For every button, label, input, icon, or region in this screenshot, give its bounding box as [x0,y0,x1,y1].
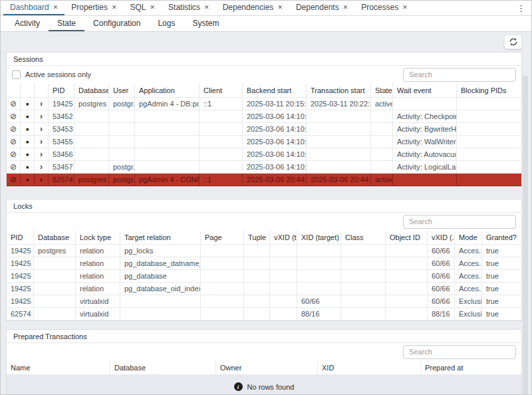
pgadmin-dashboard-window: Dashboard ✕ Properties ✕ SQL ✕ Statistic… [0,0,532,395]
column-header[interactable]: Class [341,230,386,245]
stop-session-icon[interactable]: ■ [26,178,29,182]
kebab-menu-icon[interactable]: ⋮ [511,1,531,15]
vertical-scrollbar[interactable] [523,76,528,395]
close-icon[interactable]: ✕ [53,4,59,11]
column-header[interactable]: Page [201,230,244,245]
close-icon[interactable]: ✕ [277,4,283,11]
column-header[interactable]: Database [110,360,216,375]
tab-dependents[interactable]: Dependents ✕ [289,1,354,15]
active-sessions-filter[interactable]: Active sessions only [12,70,91,79]
table-row[interactable]: ⊘■›53457postgr...2025-03-06 14:10:11 ...… [7,161,521,174]
tab-sql[interactable]: SQL ✕ [124,1,162,15]
prepared-search-input[interactable] [403,345,516,359]
column-header[interactable]: Backend start [243,83,307,98]
table-row[interactable]: ⊘■›534552025-03-06 14:10:11 ...Activity:… [7,136,521,148]
cell [386,283,428,295]
column-header[interactable]: Transaction start [307,83,371,98]
table-row[interactable]: 19425relationpg_database60/66Acces...tru… [7,270,521,283]
column-header[interactable]: Owner [216,360,318,375]
subtab-activity[interactable]: Activity [6,16,49,31]
cancel-session-icon[interactable]: ⊘ [10,150,17,158]
tab-statistics[interactable]: Statistics ✕ [162,1,216,15]
column-header[interactable]: XID [318,360,421,375]
subtab-state[interactable]: State [49,16,84,31]
column-header[interactable]: Database [34,230,76,245]
column-header[interactable]: Lock type [76,230,120,245]
column-header[interactable]: User [109,83,135,98]
column-header[interactable]: Object ID [386,230,428,245]
cancel-session-icon[interactable]: ⊘ [10,125,17,133]
table-row[interactable]: ⊘■›534522025-03-06 14:10:11 ...Activity:… [7,110,521,123]
close-icon[interactable]: ✕ [112,4,117,11]
table-row[interactable]: ⊘■›534532025-03-06 14:10:11 ...Activity:… [7,123,521,136]
table-row[interactable]: ⊘■›62574postgrespostgr...pgAdmin 4 - CON… [7,174,521,186]
expand-row-icon[interactable]: › [40,125,43,133]
close-icon[interactable]: ✕ [402,4,408,11]
cell: 2025-03-06 20:44:25 ... [243,174,307,186]
column-header[interactable]: Blocking PIDs [457,83,521,98]
column-header[interactable]: XID (target) [297,230,341,245]
expand-row-icon[interactable]: › [40,138,43,146]
column-header[interactable]: Mode [455,230,482,245]
column-header[interactable]: State [371,83,393,98]
column-header[interactable]: Application [135,83,200,98]
column-header[interactable]: PID [49,83,74,98]
expand-row-icon[interactable]: › [40,112,43,120]
table-row[interactable]: 19425relationpg_database_oid_index60/66A… [7,283,521,295]
cancel-session-icon[interactable]: ⊘ [10,138,17,146]
table-row[interactable]: 62574virtualxid88/1688/16Exclusi...true [7,308,521,321]
cancel-session-icon[interactable]: ⊘ [10,100,17,108]
column-header[interactable]: Target relation [120,230,201,245]
close-icon[interactable]: ✕ [204,4,209,11]
tab-dependencies[interactable]: Dependencies ✕ [216,1,289,15]
column-header[interactable]: Database [74,83,109,98]
subtab-system[interactable]: System [184,16,227,31]
column-header[interactable]: Wait event [393,83,457,98]
tab-processes[interactable]: Processes ✕ [354,1,414,15]
stop-session-icon[interactable]: ■ [26,114,29,119]
table-row[interactable]: 19425virtualxid60/6660/66Exclusi...true [7,295,521,308]
locks-search-input[interactable] [403,215,516,229]
stop-session-icon[interactable]: ■ [26,127,29,132]
cancel-session-icon[interactable]: ⊘ [10,163,17,171]
expand-row-icon[interactable]: › [40,176,43,184]
expand-row-icon[interactable]: › [40,163,43,171]
table-row[interactable]: 19425relationpg_database_datname_ind...6… [7,257,521,270]
column-header[interactable]: Name [7,360,110,375]
cell: 53453 [49,123,74,136]
active-sessions-checkbox[interactable] [12,70,21,79]
cell [244,283,270,295]
column-header[interactable]: vXID (... [428,230,455,245]
column-header[interactable]: Granted? [482,230,521,245]
tab-dashboard[interactable]: Dashboard ✕ [3,1,65,15]
subtab-logs[interactable]: Logs [149,16,184,31]
column-header[interactable]: Tuple [244,230,270,245]
column-header[interactable] [35,83,49,98]
column-header[interactable] [21,83,35,98]
subtab-configuration[interactable]: Configuration [84,16,149,31]
expand-row-icon[interactable]: › [40,100,43,108]
cell: 2025-03-11 20:22:36 ... [307,98,371,110]
refresh-button[interactable] [504,35,522,49]
locks-section: Locks PIDDatabaseLock typeTarget relatio… [6,199,522,321]
column-header[interactable] [7,83,21,98]
close-icon[interactable]: ✕ [343,4,348,11]
stop-session-icon[interactable]: ■ [26,152,29,157]
close-icon[interactable]: ✕ [150,4,156,11]
cancel-session-icon[interactable]: ⊘ [10,176,17,184]
stop-session-icon[interactable]: ■ [26,140,29,144]
cell: Exclusi... [455,308,482,321]
table-row[interactable]: 19425postgresrelationpg_locks60/66Acces.… [7,245,521,257]
column-header[interactable]: PID [7,230,34,245]
cancel-session-icon[interactable]: ⊘ [10,112,17,120]
column-header[interactable]: vXID (t... [270,230,297,245]
column-header[interactable]: Prepared at [421,360,521,375]
expand-row-icon[interactable]: › [40,150,43,158]
stop-session-icon[interactable]: ■ [26,165,29,170]
table-row[interactable]: ⊘■›534562025-03-06 14:10:11 ...Activity:… [7,148,521,161]
sessions-search-input[interactable] [403,68,516,82]
tab-properties[interactable]: Properties ✕ [65,1,123,15]
column-header[interactable]: Client [200,83,243,98]
stop-session-icon[interactable]: ■ [26,102,29,106]
table-row[interactable]: ⊘■›19425postgrespostgr...pgAdmin 4 - DB:… [7,98,521,110]
